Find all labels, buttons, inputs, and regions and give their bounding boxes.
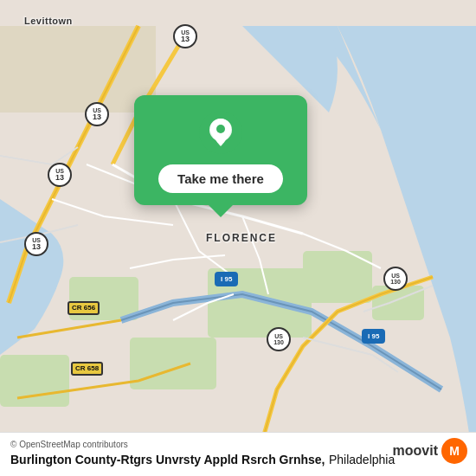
moovit-icon: M	[441, 438, 467, 464]
svg-rect-5	[372, 286, 424, 320]
place-name: Burlington County-Rtgrs Unvrsty Appld Rs…	[10, 453, 325, 466]
moovit-logo: moovit M	[393, 438, 467, 464]
svg-point-9	[216, 125, 225, 133]
cr658-badge: CR 658	[71, 362, 103, 376]
i95-right-badge: I 95	[362, 329, 385, 344]
us13-top-badge: US 13	[173, 24, 197, 48]
moovit-m-letter: M	[449, 444, 460, 458]
popup-card: Take me there	[134, 95, 307, 205]
us13-mid1-badge: US 13	[85, 102, 109, 126]
us13-left-badge: US 13	[24, 232, 48, 256]
location-icon-container	[199, 111, 242, 154]
florence-label: FLORENCE	[206, 232, 277, 244]
location-pin-icon	[205, 117, 236, 148]
map-container: Levittown FLORENCE US 13 US 13 US 13 US …	[0, 0, 476, 476]
svg-rect-3	[130, 338, 216, 389]
moovit-text: moovit	[393, 443, 438, 459]
us130-bot-badge: US 130	[267, 327, 291, 351]
take-me-there-button[interactable]: Take me there	[158, 164, 283, 193]
cr656-badge: CR 656	[68, 301, 100, 315]
us130-right-badge: US 130	[383, 267, 408, 291]
levittown-label: Levittown	[24, 16, 73, 26]
svg-rect-6	[0, 355, 69, 407]
us13-mid2-badge: US 13	[48, 163, 72, 187]
i95-mid-badge: I 95	[215, 272, 238, 286]
place-sub: Philadelphia	[329, 453, 395, 466]
